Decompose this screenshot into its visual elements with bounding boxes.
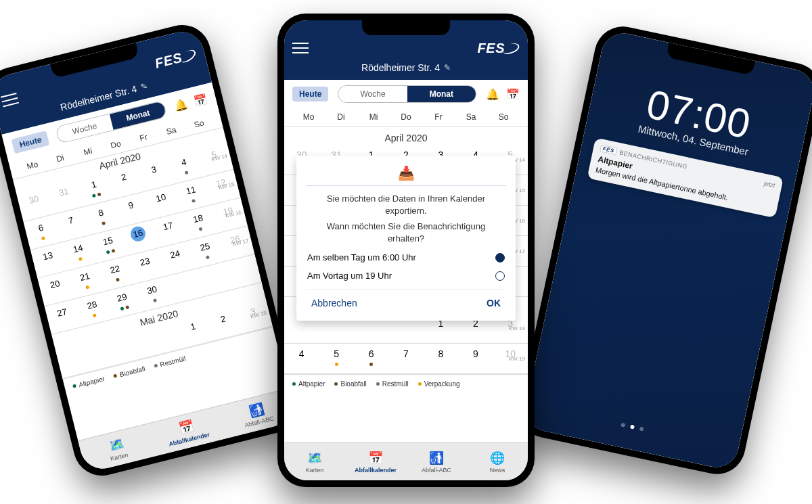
calendar-body[interactable]: April 2020 303112345KW 146789101112KW 15… bbox=[12, 126, 288, 441]
ok-button[interactable]: OK bbox=[484, 294, 503, 313]
legend: Altpapier Bioabfall Restmüll Verpackung bbox=[284, 374, 528, 393]
export-dialog: 📥 Sie möchten die Daten in Ihren Kalende… bbox=[296, 156, 516, 321]
brand-logo: FES bbox=[154, 46, 198, 71]
bell-icon[interactable]: 🔔 bbox=[486, 88, 499, 101]
calendar-export-icon[interactable]: 📅 bbox=[193, 92, 209, 108]
dialog-text-2: Wann möchten Sie die Benachrichtigung er… bbox=[309, 221, 503, 244]
edit-icon[interactable]: ✎ bbox=[444, 63, 451, 72]
calendar-day[interactable]: 6 bbox=[354, 344, 388, 373]
calendar-export-icon[interactable]: 📅 bbox=[506, 88, 520, 101]
calendar-download-icon: 📥 bbox=[306, 165, 506, 181]
phone-export-dialog: FES Rödelheimer Str. 4 ✎ Heute Woche Mon… bbox=[277, 14, 535, 487]
segment-week[interactable]: Woche bbox=[56, 114, 114, 143]
today-button[interactable]: Heute bbox=[292, 87, 328, 101]
address-bar[interactable]: Rödelheimer Str. 4 ✎ bbox=[292, 62, 520, 73]
calendar-day[interactable]: 4 bbox=[284, 344, 319, 373]
view-segmented[interactable]: Woche Monat bbox=[338, 85, 476, 103]
menu-icon[interactable] bbox=[0, 89, 20, 110]
toolbar: Heute Woche Monat 🔔 📅 bbox=[284, 80, 528, 110]
page-indicator bbox=[526, 403, 738, 451]
calendar-day[interactable]: 8 bbox=[424, 344, 458, 373]
calendar-row: 45678910KW 19 bbox=[284, 344, 528, 374]
radio-unselected-icon bbox=[495, 271, 505, 281]
phone-lockscreen: 07:00 Mittwoch, 04. September FESBENACHR… bbox=[514, 21, 812, 479]
segment-month[interactable]: Monat bbox=[110, 101, 167, 130]
tabbar: 🗺️Karten 📅Abfallkalender 🚮Abfall-ABC 🌐Ne… bbox=[284, 442, 528, 480]
today-button[interactable]: Heute bbox=[12, 131, 50, 154]
option-day-before[interactable]: Am Vortag um 19 Uhr bbox=[306, 267, 506, 285]
segment-week[interactable]: Woche bbox=[338, 86, 407, 102]
tab-news[interactable]: 🌐News bbox=[467, 443, 528, 480]
brand-logo: FES bbox=[478, 41, 520, 56]
lockscreen[interactable]: 07:00 Mittwoch, 04. September FESBENACHR… bbox=[522, 29, 812, 471]
weekday-header: MoDiMiDoFrSaSo bbox=[284, 110, 528, 127]
edit-icon[interactable]: ✎ bbox=[139, 81, 148, 92]
tab-karten[interactable]: 🗺️Karten bbox=[284, 443, 345, 480]
radio-selected-icon bbox=[495, 253, 505, 262]
dialog-text-1: Sie möchten die Daten in Ihren Kalender … bbox=[309, 193, 503, 216]
phone-calendar-month: FES Rödelheimer Str. 4 ✎ Heute Woche Mon… bbox=[0, 19, 304, 482]
option-same-day[interactable]: Am selben Tag um 6:00 Uhr bbox=[306, 248, 506, 267]
notch bbox=[362, 20, 450, 35]
bell-icon[interactable]: 🔔 bbox=[173, 97, 189, 112]
calendar-day[interactable]: 5 bbox=[319, 344, 353, 373]
tab-abfall-abc[interactable]: 🚮Abfall-ABC bbox=[406, 443, 467, 480]
calendar-day[interactable]: 7 bbox=[388, 344, 423, 373]
address-text: Rödelheimer Str. 4 bbox=[361, 62, 440, 73]
calendar-day[interactable]: 9 bbox=[458, 344, 493, 373]
month-label-april: April 2020 bbox=[284, 129, 528, 145]
cancel-button[interactable]: Abbrechen bbox=[309, 294, 360, 313]
tab-abfallkalender[interactable]: 📅Abfallkalender bbox=[345, 443, 406, 480]
notification-time: jetzt bbox=[763, 179, 775, 188]
segment-month[interactable]: Monat bbox=[407, 86, 476, 102]
menu-icon[interactable] bbox=[292, 39, 309, 57]
